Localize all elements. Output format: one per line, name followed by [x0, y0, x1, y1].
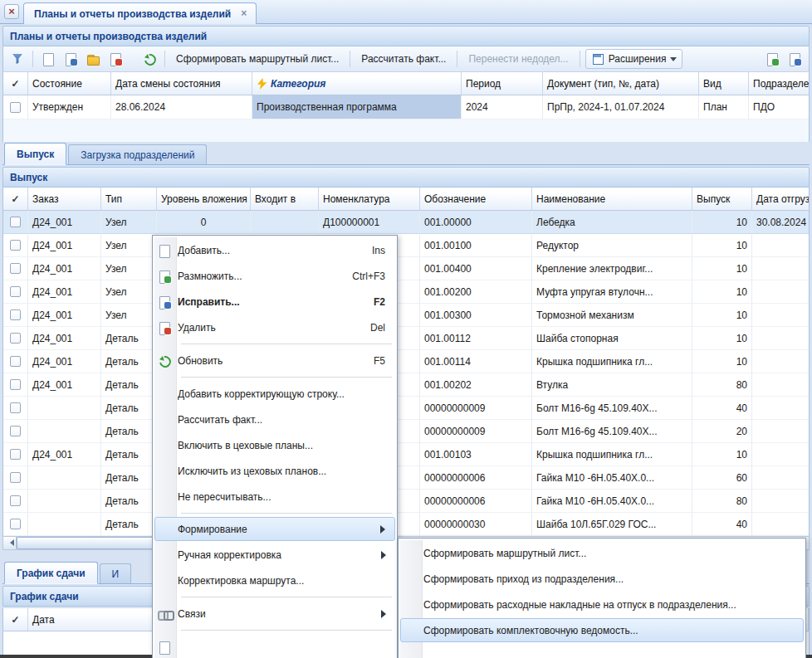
column-header[interactable]: Уровень вложения [157, 188, 251, 211]
cell [752, 234, 810, 257]
tab-plans-and-reports[interactable]: Планы и отчеты производства изделий [23, 2, 257, 24]
menu-item[interactable]: Сформировать приход из подразделения... [400, 566, 804, 592]
tab-delivery-schedule[interactable]: График сдачи [4, 562, 98, 584]
menu-item-label: Сформировать расходные накладные на отпу… [423, 599, 794, 611]
row-checkbox[interactable] [10, 102, 21, 113]
export-button[interactable] [762, 49, 782, 69]
menu-item[interactable]: Корректировка маршрута... [154, 568, 395, 593]
column-header[interactable]: Дата отгрузки [752, 188, 810, 211]
product-row[interactable]: Деталь00000000009Болт М16-6g 45.109.40Х.… [3, 420, 809, 443]
product-row[interactable]: Д24_001Узел0Д100000001001.00000Лебедка10… [3, 211, 809, 234]
row-checkbox[interactable] [10, 240, 21, 251]
row-checkbox[interactable] [10, 263, 21, 274]
product-row[interactable]: Д24_001Узел001.00300Тормозной механизм10 [3, 304, 809, 327]
product-row[interactable]: Деталь00000000030Шайба 10Л.65Г.029 ГОС..… [3, 513, 809, 536]
product-row[interactable]: Д24_001Деталь001.00103Крышка подшипника … [3, 443, 809, 466]
row-checkbox[interactable] [10, 379, 21, 390]
product-row[interactable]: Деталь00000000006Гайка М10 -6Н.05.40Х.0.… [3, 490, 809, 513]
generation-submenu: Сформировать маршрутный лист...Сформиров… [398, 538, 806, 658]
column-header[interactable]: Вид [699, 72, 749, 95]
row-checkbox[interactable] [10, 356, 21, 367]
row-checkbox[interactable] [10, 495, 21, 506]
calculate-fact-button[interactable]: Рассчитать факт... [355, 49, 452, 69]
row-checkbox[interactable] [10, 286, 21, 297]
filter-button[interactable] [7, 49, 27, 69]
column-header[interactable]: Период [462, 72, 543, 95]
open-folder-button[interactable] [83, 49, 103, 69]
extensions-button[interactable]: Расширения [585, 49, 683, 69]
product-row[interactable]: Д24_001Узел001.00400Крепление электродви… [3, 257, 809, 280]
cell: Муфта упругая втулочн... [532, 280, 692, 304]
menu-item[interactable]: Исправить...F2 [154, 289, 395, 314]
release-grid-header: ЗаказТипУровень вложенияВходит вНоменкла… [2, 188, 810, 211]
menu-item[interactable]: Рассчитать факт... [154, 407, 395, 432]
scroll-left-button[interactable] [3, 537, 17, 549]
row-checkbox[interactable] [10, 519, 21, 529]
menu-item[interactable]: Сформировать комплектовочную ведомость..… [400, 618, 804, 642]
product-row[interactable]: Д24_001Деталь001.00112Шайба стопорная10 [3, 327, 809, 350]
column-header[interactable]: Тип [101, 188, 157, 211]
column-header[interactable]: Категория [252, 72, 462, 95]
select-all-column-header[interactable] [3, 608, 28, 631]
menu-item[interactable]: Сформировать маршрутный лист... [400, 540, 804, 566]
transfer-backlog-button[interactable]: Перенести недодел... [462, 49, 574, 69]
menu-item[interactable] [154, 634, 395, 658]
tab-release[interactable]: Выпуск [4, 143, 66, 165]
column-header[interactable]: Наименование [532, 188, 692, 211]
release-panel-title: Выпуск [10, 172, 47, 183]
product-row[interactable]: Д24_001Деталь001.00202Втулка80 [3, 373, 809, 397]
cell: Д24_001 [28, 211, 101, 234]
column-header[interactable]: Заказ [28, 188, 101, 211]
column-header[interactable]: Дата смены состояния [111, 72, 252, 95]
row-checkbox[interactable] [10, 426, 21, 436]
menu-item[interactable]: Формирование [154, 517, 395, 541]
menu-item[interactable]: ОбновитьF5 [154, 348, 395, 373]
column-header[interactable]: Номенклатура [319, 188, 420, 211]
column-header[interactable]: Входит в [251, 188, 319, 211]
column-header[interactable]: Подразделение [749, 72, 810, 95]
row-checkbox[interactable] [10, 333, 21, 344]
menu-item[interactable]: Исключить из цеховых планов... [154, 458, 395, 484]
column-header-label: Состояние [32, 78, 82, 90]
row-checkbox[interactable] [10, 402, 21, 413]
delete-icon [158, 321, 173, 334]
menu-item[interactable]: Не пересчитывать... [154, 484, 395, 509]
edit-document-button[interactable] [61, 49, 81, 69]
refresh-button[interactable] [139, 49, 159, 69]
document-row[interactable]: Утвержден28.06.2024Производственная прог… [3, 95, 809, 119]
product-row[interactable]: Деталь00000000006Гайка М10 -6Н.05.40Х.0.… [3, 466, 809, 490]
tab-department-load[interactable]: Загрузка подразделений [68, 144, 207, 164]
menu-item[interactable]: Добавить...Ins [154, 237, 395, 263]
column-header[interactable]: Выпуск [692, 188, 752, 211]
tab-partially-hidden[interactable]: И [100, 563, 132, 583]
menu-item[interactable]: Включить в цеховые планы... [154, 432, 395, 458]
menu-item[interactable]: УдалитьDel [154, 314, 395, 340]
menu-item[interactable]: Ручная корректировка [154, 542, 395, 568]
menu-item[interactable]: Добавить корректирующую строку... [154, 381, 395, 407]
menu-item[interactable]: Сформировать расходные накладные на отпу… [400, 592, 804, 617]
tab-label: Выпуск [17, 149, 54, 160]
row-checkbox[interactable] [10, 217, 21, 227]
import-button[interactable] [785, 49, 805, 69]
tab-close-icon[interactable] [238, 8, 249, 19]
add-document-button[interactable] [38, 49, 58, 69]
column-header[interactable]: Состояние [28, 72, 111, 95]
menu-item[interactable]: Размножить...Ctrl+F3 [154, 263, 395, 289]
delete-document-button[interactable] [105, 49, 125, 69]
close-tab-button[interactable] [4, 4, 19, 19]
cell: 10 [692, 280, 752, 304]
column-header[interactable]: Обозначение [420, 188, 532, 211]
product-row[interactable]: Д24_001Узел001.00100Редуктор10 [3, 234, 809, 257]
column-header-label: Дата [32, 614, 55, 626]
menu-item[interactable]: Связи [154, 601, 395, 626]
row-checkbox[interactable] [10, 310, 21, 320]
product-row[interactable]: Деталь00000000009Болт М16-6g 45.109.40Х.… [3, 397, 809, 420]
select-all-column-header[interactable] [3, 72, 28, 95]
product-row[interactable]: Д24_001Узел001.00200Муфта упругая втулоч… [3, 280, 809, 304]
column-header[interactable]: Документ (тип, №, дата) [543, 72, 699, 95]
select-all-column-header[interactable] [3, 188, 28, 211]
row-checkbox[interactable] [10, 472, 21, 483]
row-checkbox[interactable] [10, 449, 21, 460]
product-row[interactable]: Д24_001Деталь001.00114Крышка подшипника … [3, 350, 809, 373]
generate-route-sheet-button[interactable]: Сформировать маршрутный лист... [170, 49, 345, 69]
